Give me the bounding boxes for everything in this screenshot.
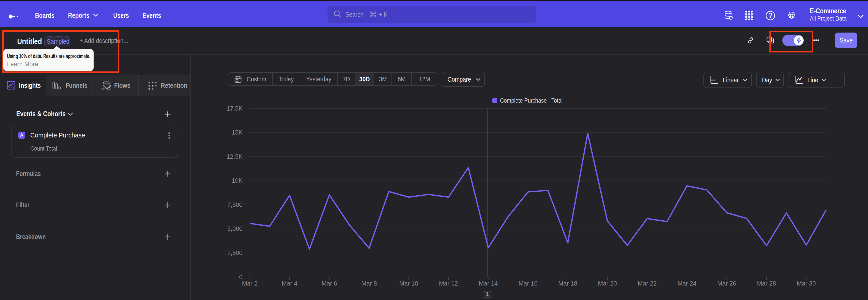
svg-text:Mar 10: Mar 10 — [399, 280, 418, 287]
svg-text:15K: 15K — [232, 129, 243, 136]
svg-text:7,500: 7,500 — [227, 202, 243, 208]
svg-text:Mar 16: Mar 16 — [519, 280, 537, 287]
svg-text:1: 1 — [486, 291, 489, 297]
svg-text:Mar 24: Mar 24 — [677, 280, 696, 287]
svg-text:Mar 8: Mar 8 — [361, 280, 377, 287]
svg-text:5,000: 5,000 — [227, 226, 243, 232]
svg-text:10K: 10K — [232, 177, 243, 184]
svg-text:Mar 22: Mar 22 — [638, 280, 657, 287]
svg-text:2,500: 2,500 — [227, 249, 243, 257]
svg-text:Mar 30: Mar 30 — [797, 280, 816, 287]
svg-text:12.5K: 12.5K — [226, 153, 243, 160]
svg-text:Mar 20: Mar 20 — [598, 280, 617, 287]
svg-text:Mar 26: Mar 26 — [717, 280, 736, 287]
svg-text:Mar 6: Mar 6 — [321, 280, 337, 287]
svg-text:17.5K: 17.5K — [226, 105, 243, 112]
svg-text:Mar 12: Mar 12 — [439, 280, 458, 287]
svg-text:0: 0 — [239, 274, 243, 280]
svg-text:Mar 28: Mar 28 — [757, 280, 776, 287]
svg-text:Mar 2: Mar 2 — [242, 280, 257, 287]
svg-text:Mar 14: Mar 14 — [479, 280, 498, 287]
svg-text:Mar 18: Mar 18 — [558, 280, 577, 287]
svg-text:Mar 4: Mar 4 — [282, 280, 297, 287]
